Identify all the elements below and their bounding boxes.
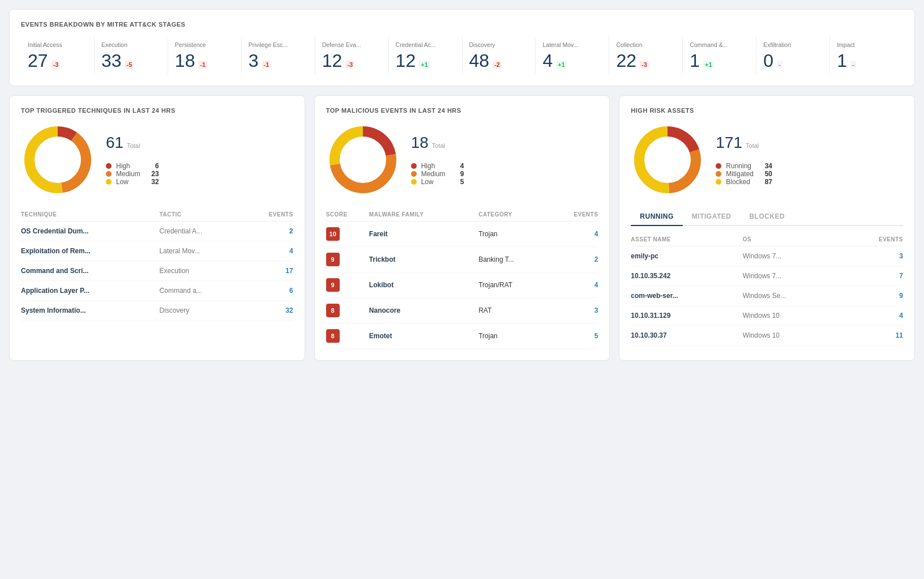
stage-number: 33 <box>101 52 122 70</box>
score-badge: 10 <box>326 227 340 241</box>
category: Trojan <box>478 323 549 349</box>
stage-label: Initial Access <box>28 41 87 48</box>
legend-count: 87 <box>758 178 772 186</box>
legend-dot <box>411 163 417 169</box>
asset-name: 10.10.30.37 <box>631 331 666 339</box>
stage-delta: - <box>777 61 782 69</box>
legend-label: Medium <box>421 170 446 178</box>
score-badge: 8 <box>326 329 340 343</box>
legend-count: 4 <box>450 162 464 170</box>
stage-label: Credential Ac... <box>396 41 455 48</box>
malware-name: Emotet <box>369 332 392 340</box>
os-name: Windows 10 <box>743 331 780 339</box>
malicious-col-score: SCORE <box>326 208 369 222</box>
table-row: Exploitation of Rem... Lateral Mov... 4 <box>21 241 293 261</box>
stage-delta: +1 <box>703 61 714 69</box>
malicious-donut-section: 18 Total High 4 Medium 9 Low 5 <box>326 123 598 197</box>
legend-count: 6 <box>145 162 159 170</box>
legend-count: 23 <box>145 170 159 178</box>
category: Banking T... <box>478 247 549 273</box>
legend-dot <box>716 163 721 169</box>
legend-row: Mitigated 50 <box>716 170 772 178</box>
stage-number: 12 <box>322 52 343 70</box>
stage-label: Lateral Mov... <box>542 41 602 48</box>
asset-tab[interactable]: BLOCKED <box>740 208 794 226</box>
stage-delta: -1 <box>198 61 207 69</box>
technique-name: Exploitation of Rem... <box>21 247 91 255</box>
table-row: 8 Nanocore RAT 3 <box>326 298 598 323</box>
stage-item: Exfiltration 0 - <box>756 37 830 74</box>
stage-delta: -3 <box>640 61 649 69</box>
asset-tab[interactable]: MITIGATED <box>683 208 741 226</box>
assets-col-os: OS <box>743 233 846 246</box>
techniques-donut <box>21 123 95 197</box>
score-badge: 8 <box>326 304 340 317</box>
assets-col-events: EVENTS <box>845 233 903 246</box>
table-row: 9 Lokibot Trojan/RAT 4 <box>326 273 598 298</box>
techniques-table: TECHNIQUE TACTIC EVENTS OS Credential Du… <box>21 208 293 321</box>
legend-dot <box>716 179 721 185</box>
legend-row: Low 5 <box>411 178 464 186</box>
table-row: 8 Emotet Trojan 5 <box>326 323 598 349</box>
stage-delta: -3 <box>52 61 61 69</box>
techniques-legend: 61 Total High 6 Medium 23 Low 32 <box>106 134 159 186</box>
stage-number: 48 <box>469 52 490 70</box>
legend-label: Running <box>726 162 751 170</box>
legend-row: High 6 <box>106 162 159 170</box>
malicious-legend: 18 Total High 4 Medium 9 Low 5 <box>411 134 464 186</box>
legend-label: Blocked <box>726 178 750 186</box>
table-row: 9 Trickbot Banking T... 2 <box>326 247 598 273</box>
tactic-name: Credential A... <box>160 227 202 235</box>
malware-name: Lokibot <box>369 281 393 289</box>
techniques-col-events: EVENTS <box>245 208 293 222</box>
legend-label: Medium <box>116 170 140 178</box>
malicious-col-events: EVENTS <box>549 208 598 222</box>
malware-name: Trickbot <box>369 256 396 263</box>
assets-total-label: Total <box>746 142 759 149</box>
score-badge: 9 <box>326 253 340 266</box>
techniques-title: TOP TRIGGERED TECHNIQUES IN LAST 24 HRS <box>21 107 293 114</box>
stage-number: 4 <box>542 52 553 70</box>
table-row: 10.10.35.242 Windows 7... 7 <box>631 266 903 286</box>
malicious-table: SCORE MALWARE FAMILY CATEGORY EVENTS 10 … <box>326 208 598 349</box>
table-row: OS Credential Dum... Credential A... 2 <box>21 222 293 241</box>
stage-item: Command &... 1 +1 <box>683 37 756 74</box>
technique-name: System Informatio... <box>21 306 86 314</box>
legend-dot <box>106 179 112 185</box>
asset-name: emily-pc <box>631 252 658 260</box>
legend-count: 34 <box>758 162 772 170</box>
stage-number: 3 <box>249 52 259 70</box>
bottom-grid: TOP TRIGGERED TECHNIQUES IN LAST 24 HRS … <box>9 95 915 370</box>
assets-title: HIGH RISK ASSETS <box>631 107 903 114</box>
table-row: emily-pc Windows 7... 3 <box>631 246 903 266</box>
category: Trojan <box>478 222 549 247</box>
table-row: 10.10.31.129 Windows 10 4 <box>631 306 903 326</box>
stage-label: Persistence <box>175 41 234 48</box>
techniques-total: 61 <box>106 134 123 152</box>
legend-row: Medium 23 <box>106 170 159 178</box>
stage-delta: -5 <box>125 61 134 69</box>
stage-label: Exfiltration <box>763 41 823 48</box>
techniques-col-technique: TECHNIQUE <box>21 208 160 222</box>
legend-row: Blocked 87 <box>716 178 772 186</box>
table-row: 10.10.30.37 Windows 10 11 <box>631 326 903 346</box>
table-row: Command and Scri... Execution 17 <box>21 261 293 281</box>
stage-number: 1 <box>837 52 847 70</box>
tactic-name: Command a... <box>160 287 202 295</box>
asset-tabs: RUNNINGMITIGATEDBLOCKED <box>631 208 903 226</box>
malware-name: Fareit <box>369 230 388 238</box>
legend-label: Low <box>116 178 129 186</box>
malicious-col-family: MALWARE FAMILY <box>369 208 478 222</box>
asset-tab[interactable]: RUNNING <box>631 208 683 226</box>
techniques-col-tactic: TACTIC <box>160 208 245 222</box>
stage-number: 22 <box>616 52 636 70</box>
stage-item: Impact 1 - <box>830 37 903 74</box>
stage-item: Defense Eva... 12 -3 <box>315 37 389 74</box>
stage-number: 0 <box>763 52 773 70</box>
stage-delta: +1 <box>419 61 430 69</box>
malicious-title: TOP MALICIOUS EVENTS IN LAST 24 HRS <box>326 107 598 114</box>
table-row: com-web-ser... Windows Se... 9 <box>631 286 903 306</box>
assets-donut-section: 171 Total Running 34 Mitigated 50 Blocke… <box>631 123 903 197</box>
category: RAT <box>478 298 549 323</box>
malware-name: Nanocore <box>369 306 400 314</box>
